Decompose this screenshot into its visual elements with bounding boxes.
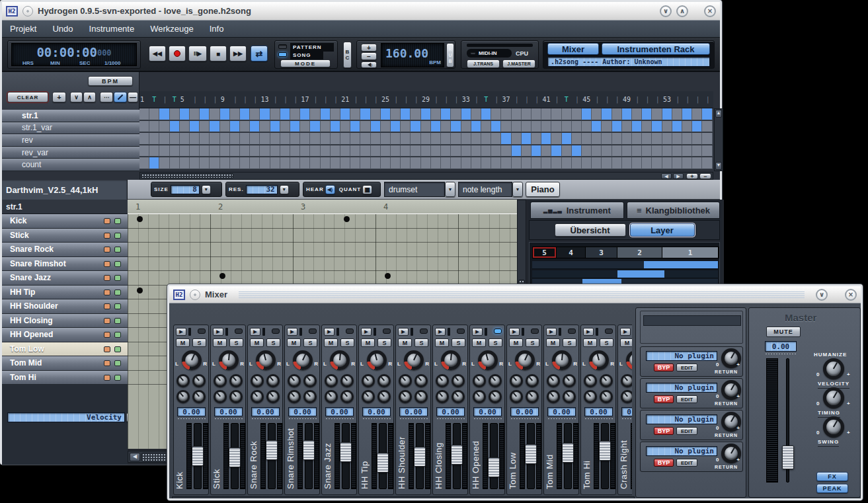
instrument-solo-led[interactable] (114, 290, 121, 295)
strip-solo-button[interactable]: S (526, 338, 539, 347)
song-grid-cell[interactable] (321, 133, 331, 145)
song-grid-cell[interactable] (461, 108, 471, 120)
song-grid-cell[interactable] (411, 133, 420, 145)
menu-projekt[interactable]: Projekt (10, 24, 36, 34)
song-grid-cell[interactable] (421, 145, 431, 157)
song-grid-cell[interactable] (582, 108, 592, 120)
song-grid-cell[interactable] (702, 157, 712, 169)
timeline-mark[interactable]: | (515, 96, 519, 103)
song-grid-cell[interactable] (300, 121, 310, 133)
song-grid-cell[interactable] (612, 108, 622, 120)
song-grid-cell[interactable] (290, 133, 300, 145)
song-grid-cell[interactable] (481, 145, 491, 157)
instrument-row[interactable]: Tom Mid (2, 356, 128, 371)
knob[interactable] (325, 390, 338, 403)
fx3-send-knob[interactable] (436, 390, 449, 406)
song-grid-cell[interactable] (632, 108, 642, 120)
strip-solo-button[interactable]: S (229, 338, 243, 347)
timeline-mark[interactable]: | (404, 96, 408, 103)
song-grid-cell[interactable] (461, 145, 471, 157)
song-grid-cell[interactable] (139, 157, 149, 169)
knob[interactable] (177, 374, 190, 387)
timeline-mark[interactable]: | (676, 96, 680, 103)
note-length-select[interactable]: note length (458, 182, 512, 197)
master-fader-handle[interactable] (782, 445, 794, 469)
knob[interactable] (621, 390, 632, 403)
instrument-mute-led[interactable] (104, 290, 110, 295)
song-grid-cell[interactable] (431, 157, 441, 169)
song-grid-cell[interactable] (451, 108, 461, 120)
timeline-mark[interactable]: 49 (623, 96, 631, 103)
song-grid-cell[interactable] (582, 157, 592, 169)
song-grid-cell[interactable] (310, 108, 320, 120)
timeline-mark[interactable]: | (233, 96, 237, 103)
song-grid-cell[interactable] (170, 121, 180, 133)
strip-fader-handle[interactable] (192, 446, 204, 466)
song-grid-cell[interactable] (371, 121, 381, 133)
song-grid-cell[interactable] (572, 121, 582, 133)
song-grid-cell[interactable] (391, 133, 401, 145)
scroll-right-icon[interactable]: ▶ (673, 173, 684, 179)
timeline-mark[interactable]: | (434, 96, 438, 103)
pan-knob[interactable] (256, 350, 276, 373)
song-grid-cell[interactable] (159, 121, 169, 133)
song-grid-cell[interactable] (702, 121, 712, 133)
fx2-send-knob[interactable] (192, 374, 206, 390)
song-grid-cell[interactable] (512, 133, 522, 145)
song-grid-cell[interactable] (149, 157, 159, 169)
knob[interactable] (473, 390, 486, 403)
knob[interactable] (584, 390, 597, 403)
song-grid-cell[interactable] (441, 121, 451, 133)
strip-play-button[interactable]: ▶ (546, 328, 557, 336)
strip-solo-button[interactable]: S (192, 338, 206, 347)
song-grid-cell[interactable] (250, 145, 260, 157)
song-grid-cell[interactable] (451, 133, 461, 145)
note-dot[interactable] (137, 288, 143, 293)
knob[interactable] (377, 374, 391, 387)
knob[interactable] (547, 390, 560, 403)
strip-mute-button[interactable]: M (287, 338, 301, 347)
strip-play-button[interactable]: ▶ (620, 328, 631, 336)
knob[interactable] (251, 374, 264, 387)
song-grid-cell[interactable] (139, 145, 149, 157)
knob[interactable] (256, 350, 276, 370)
song-grid-cell[interactable] (411, 108, 420, 120)
song-hscrollbar[interactable]: ◀ ▶ + − (139, 172, 713, 180)
knob[interactable] (214, 390, 227, 403)
knob[interactable] (219, 350, 239, 370)
song-grid-cell[interactable] (612, 145, 622, 157)
song-grid-cell[interactable] (431, 145, 441, 157)
song-grid-cell[interactable] (170, 133, 180, 145)
song-grid-cell[interactable] (300, 145, 310, 157)
fx3-send-knob[interactable] (251, 390, 264, 406)
pan-knob[interactable] (404, 350, 424, 373)
song-vscrollbar[interactable]: ▲ ▼ (714, 108, 723, 171)
timeline-mark[interactable]: 37 (502, 96, 510, 103)
song-grid-cell[interactable] (461, 121, 471, 133)
song-grid-cell[interactable] (300, 157, 310, 169)
fx-plugin-name-lcd[interactable]: No plugin (646, 351, 717, 361)
song-grid-cell[interactable] (360, 133, 370, 145)
song-grid-cell[interactable] (431, 108, 441, 120)
fx-edit-button[interactable]: EDIT (676, 364, 697, 371)
knob[interactable] (589, 350, 609, 370)
song-grid-cell[interactable] (310, 145, 320, 157)
song-grid-cell[interactable] (220, 145, 230, 157)
minimize-icon[interactable]: ∨ (660, 5, 672, 17)
song-grid-cell[interactable] (652, 145, 662, 157)
song-grid-cell[interactable] (421, 108, 431, 120)
strip-mute-button[interactable]: M (213, 338, 227, 347)
fx1-send-knob[interactable] (325, 374, 338, 390)
song-grid-cell[interactable] (692, 157, 702, 169)
knob[interactable] (177, 390, 190, 403)
knob[interactable] (367, 350, 387, 370)
timeline-mark[interactable]: 25 (381, 96, 389, 103)
song-grid-cell[interactable] (471, 108, 481, 120)
fx3-send-knob[interactable] (621, 390, 632, 406)
song-grid-cell[interactable] (471, 157, 481, 169)
move-pattern-up-button[interactable]: ∧ (83, 92, 96, 102)
fx3-send-knob[interactable] (288, 390, 301, 406)
song-grid-cell[interactable] (421, 157, 431, 169)
fx2-send-knob[interactable] (303, 374, 317, 390)
song-grid-cell[interactable] (381, 121, 391, 133)
